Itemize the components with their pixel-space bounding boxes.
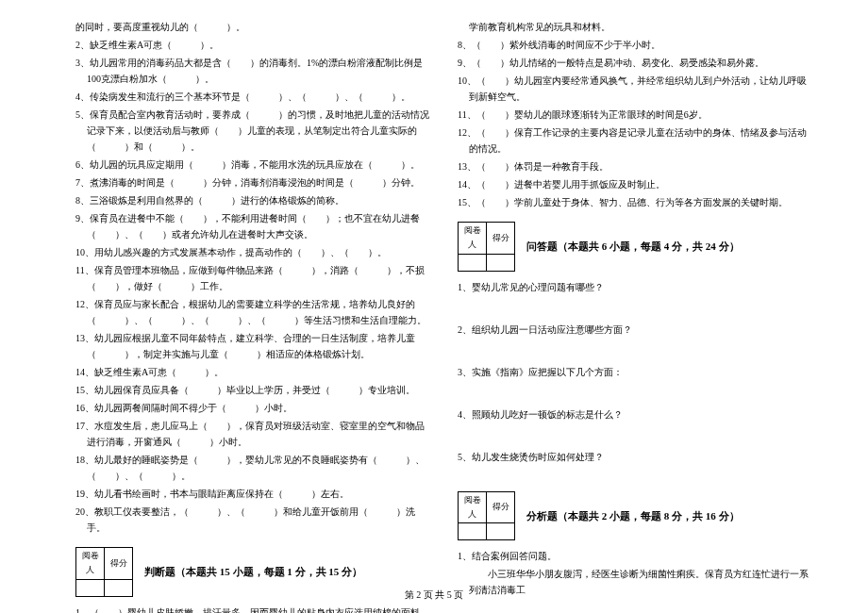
judge-item: 1、（ ）婴幼儿皮肤娇嫩，排汗量多，因而婴幼儿的贴身内衣应选用纯棉的面料。: [75, 605, 429, 613]
judge-item: 学前教育机构常见的玩具和材料。: [458, 19, 811, 35]
qa-item: 3、实施《指南》应把握以下几个方面：: [458, 364, 811, 380]
fill-item: 4、传染病发生和流行的三个基本环节是（ ）、（ ）、（ ）。: [75, 89, 429, 105]
score-cell-reviewer: 阅卷人: [459, 223, 487, 255]
score-table: 阅卷人 得分: [458, 222, 515, 272]
score-cell-score: 得分: [105, 548, 133, 580]
qa-item: 4、照顾幼儿吃好一顿饭的标志是什么？: [458, 406, 811, 422]
judge-item: 13、（ ）体罚是一种教育手段。: [458, 158, 811, 174]
judge-item: 11、（ ）婴幼儿的眼球逐渐转为正常眼球的时间是6岁。: [458, 107, 811, 123]
qa-item: 1、婴幼儿常见的心理问题有哪些？: [458, 279, 811, 295]
fill-item: 13、幼儿园应根据儿童不同年龄特点，建立科学、合理的一日生活制度，培养儿童（ ）…: [75, 330, 429, 362]
fill-blank-continuation: 的同时，要高度重视幼儿的（ ）。 2、缺乏维生素A可患（ ）。 3、幼儿园常用的…: [75, 19, 429, 536]
fill-item: 10、用幼儿感兴趣的方式发展基本动作，提高动作的（ ）、（ ）。: [75, 244, 429, 260]
score-cell-empty: [487, 523, 515, 540]
page-footer: 第 2 页 共 5 页: [0, 588, 868, 602]
fill-item: 18、幼儿最好的睡眠姿势是（ ），婴幼儿常见的不良睡眠姿势有（ ）、（ ）、（ …: [75, 452, 429, 484]
score-cell-score: 得分: [487, 223, 515, 255]
fill-item: 6、幼儿园的玩具应定期用（ ）消毒，不能用水洗的玩具应放在（ ）。: [75, 157, 429, 173]
right-column: 学前教育机构常见的玩具和材料。 8、（ ）紫外线消毒的时间应不少于半小时。 9、…: [458, 19, 811, 613]
fill-item: 19、幼儿看书绘画时，书本与眼睛距离应保持在（ ）左右。: [75, 486, 429, 502]
fill-item: 11、保育员管理本班物品，应做到每件物品来路（ ），消路（ ），不损（ ），做好…: [75, 262, 429, 294]
fill-item: 9、保育员在进餐中不能（ ），不能利用进餐时间（ ）；也不宜在幼儿进餐（ ）、（…: [75, 210, 429, 242]
judge-questions: 1、（ ）婴幼儿皮肤娇嫩，排汗量多，因而婴幼儿的贴身内衣应选用纯棉的面料。 2、…: [75, 605, 429, 613]
fill-item: 3、幼儿园常用的消毒药品大都是含（ ）的消毒剂。1%的漂白粉溶液配制比例是100…: [75, 55, 429, 87]
analysis-section-header: 阅卷人 得分 分析题（本题共 2 小题，每题 8 分，共 16 分）: [458, 491, 811, 541]
fill-item: 7、煮沸消毒的时间是（ ）分钟，消毒剂消毒浸泡的时间是（ ）分钟。: [75, 174, 429, 191]
judge-continuation: 学前教育机构常见的玩具和材料。 8、（ ）紫外线消毒的时间应不少于半小时。 9、…: [458, 19, 811, 210]
judge-item: 8、（ ）紫外线消毒的时间应不少于半小时。: [458, 37, 811, 53]
score-cell-reviewer: 阅卷人: [76, 548, 105, 580]
judge-item: 12、（ ）保育工作记录的主要内容是记录儿童在活动中的身体、情绪及参与活动的情况…: [458, 124, 811, 157]
fill-item: 16、幼儿园两餐间隔时间不得少于（ ）小时。: [75, 400, 429, 416]
fill-item: 20、教职工仪表要整洁，（ ）、（ ）和给儿童开饭前用（ ）洗手。: [75, 504, 429, 536]
fill-item: 15、幼儿园保育员应具备（ ）毕业以上学历，并受过（ ）专业培训。: [75, 382, 429, 398]
qa-title: 问答题（本题共 6 小题，每题 4 分，共 24 分）: [526, 238, 740, 256]
fill-item: 14、缺乏维生素A可患（ ）。: [75, 364, 429, 380]
fill-item: 5、保育员配合室内教育活动时，要养成（ ）的习惯，及时地把儿童的活动情况记录下来…: [75, 107, 429, 155]
judge-item: 14、（ ）进餐中若婴儿用手抓饭应及时制止。: [458, 176, 811, 192]
fill-item: 的同时，要高度重视幼儿的（ ）。: [75, 19, 429, 35]
qa-item: 2、组织幼儿园一日活动应注意哪些方面？: [458, 322, 811, 338]
analysis-title: 分析题（本题共 2 小题，每题 8 分，共 16 分）: [526, 507, 740, 525]
qa-item: 5、幼儿发生烧烫伤时应如何处理？: [458, 449, 811, 465]
score-cell-empty: [459, 254, 487, 271]
qa-section-header: 阅卷人 得分 问答题（本题共 6 小题，每题 4 分，共 24 分）: [458, 222, 811, 272]
judge-title: 判断题（本题共 15 小题，每题 1 分，共 15 分）: [144, 563, 362, 581]
score-cell-empty: [459, 523, 487, 540]
left-column: 的同时，要高度重视幼儿的（ ）。 2、缺乏维生素A可患（ ）。 3、幼儿园常用的…: [75, 19, 429, 613]
judge-item: 10、（ ）幼儿园室内要经常通风换气，并经常组织幼儿到户外活动，让幼儿呼吸到新鲜…: [458, 73, 811, 105]
score-table: 阅卷人 得分: [458, 491, 515, 541]
fill-item: 17、水痘发生后，患儿应马上（ ），保育员对班级活动室、寝室里的空气和物品进行消…: [75, 418, 429, 450]
fill-item: 12、保育员应与家长配合，根据幼儿的需要建立科学的生活常规，培养幼儿良好的（ ）…: [75, 296, 429, 328]
page-content: 的同时，要高度重视幼儿的（ ）。 2、缺乏维生素A可患（ ）。 3、幼儿园常用的…: [0, 0, 868, 613]
score-cell-reviewer: 阅卷人: [459, 491, 487, 523]
judge-item: 9、（ ）幼儿情绪的一般特点是易冲动、易变化、易受感染和易外露。: [458, 55, 811, 71]
analysis-item: 1、结合案例回答问题。: [458, 548, 811, 564]
score-cell-score: 得分: [487, 491, 515, 523]
fill-item: 2、缺乏维生素A可患（ ）。: [75, 37, 429, 53]
judge-item: 15、（ ）学前儿童处于身体、智力、品德、行为等各方面发展的关键时期。: [458, 194, 811, 210]
score-cell-empty: [487, 254, 515, 271]
fill-item: 8、三浴锻炼是利用自然界的（ ）进行的体格锻炼的简称。: [75, 192, 429, 208]
qa-questions: 1、婴幼儿常见的心理问题有哪些？ 2、组织幼儿园一日活动应注意哪些方面？ 3、实…: [458, 279, 811, 465]
